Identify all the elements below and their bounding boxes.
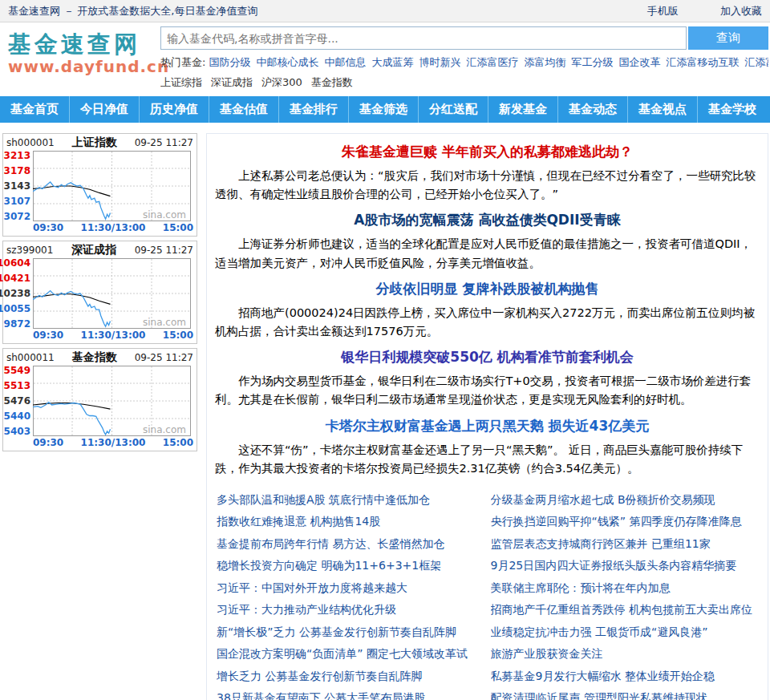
article-headline[interactable]: A股市场的宽幅震荡 高收益债类QDII受青睐 bbox=[213, 211, 761, 229]
hot-fund-link[interactable]: 汇添富外延 bbox=[744, 56, 768, 68]
chart-header: sz399001深证成指09-25 11:27 bbox=[4, 242, 196, 257]
index-link[interactable]: 深证成指 bbox=[211, 76, 253, 88]
x-tick-label: 11:30/13:00 bbox=[81, 222, 146, 233]
chart-x-axis: 09:3011:30/13:0015:00 bbox=[4, 436, 196, 450]
chart-y-axis: 55495513547654405403 bbox=[4, 366, 33, 436]
news-link[interactable]: 9月25日国内四大证券报纸头版头条内容精华摘要 bbox=[491, 559, 737, 572]
nav-item[interactable]: 历史净值 bbox=[139, 96, 209, 123]
list-item: 基金提前布局跨年行情 易方达、长盛悄然加仓 bbox=[217, 533, 488, 556]
index-link[interactable]: 上证综指 bbox=[160, 76, 202, 88]
list-item: 美联储主席耶伦：预计将在年内加息 bbox=[491, 577, 762, 600]
chart-header: sh000001上证指数09-25 11:27 bbox=[4, 135, 196, 150]
hot-fund-link[interactable]: 国企改革 bbox=[618, 56, 660, 68]
article-headline[interactable]: 分歧依旧明显 复牌补跌股被机构抛售 bbox=[213, 280, 761, 298]
article-headline[interactable]: 银华日利规模突破550亿 机构看准节前套利机会 bbox=[213, 348, 761, 366]
search-button[interactable]: 查询 bbox=[688, 26, 768, 50]
news-link[interactable]: 指数收红难掩退意 机构抛售14股 bbox=[217, 515, 380, 528]
news-link[interactable]: 国企混改方案明确“负面清单” 圈定七大领域改革试 bbox=[217, 647, 468, 660]
hot-fund-link[interactable]: 国防分级 bbox=[209, 56, 250, 68]
y-tick-label: 5440 bbox=[4, 411, 30, 421]
news-link[interactable]: 业绩稳定抗冲击力强 工银货币成“避风良港” bbox=[491, 625, 708, 638]
x-tick-label: 09:30 bbox=[33, 437, 63, 448]
list-item: 稳增长投资方向确定 明确为11+6+3+1框架 bbox=[217, 555, 488, 577]
index-link[interactable]: 基金指数 bbox=[311, 76, 353, 88]
site-tagline: 基金速查网 － 开放式基金数据大全,每日基金净值查询 bbox=[8, 4, 257, 18]
news-link[interactable]: 招商地产千亿重组首秀跌停 机构包揽前五大卖出席位 bbox=[491, 603, 752, 616]
hot-fund-link[interactable]: 中邮信息 bbox=[324, 56, 366, 68]
hot-funds-links: 国防分级中邮核心成长中邮信息大成蓝筹博时新兴汇添富医疗添富均衡军工分级国企改革汇… bbox=[209, 56, 768, 68]
y-tick-label: 10604 bbox=[0, 258, 30, 268]
site-header: 基金速查网 www.dayfund.cn 查询 热门基金:国防分级中邮核心成长中… bbox=[0, 22, 770, 96]
nav-item[interactable]: 新发基金 bbox=[488, 96, 557, 123]
search-input[interactable] bbox=[160, 26, 687, 50]
nav-item[interactable]: 基金首页 bbox=[0, 96, 69, 123]
article-headline[interactable]: 卡塔尔主权财富基金遇上两只黑天鹅 损失近43亿美元 bbox=[213, 417, 761, 435]
news-link[interactable]: 新“增长极”乏力 公募基金发行创新节奏自乱阵脚 bbox=[217, 625, 456, 638]
hot-fund-link[interactable]: 添富均衡 bbox=[524, 56, 565, 68]
list-item: 私募基金9月发行大幅缩水 整体业绩开始企稳 bbox=[491, 666, 762, 688]
main-nav: 基金首页今日净值历史净值基金估值基金排行基金筛选分红送配新发基金基金动态基金视点… bbox=[0, 96, 770, 123]
list-item: 分级基金两月缩水超七成 B份额折价交易频现 bbox=[491, 489, 762, 512]
news-link[interactable]: 配资清理临近尾声 管理型阳光私募维持现状 bbox=[491, 691, 707, 700]
news-article: A股市场的宽幅震荡 高收益债类QDII受青睐上海证券分析师也建议，适当的全球化配… bbox=[213, 211, 761, 272]
news-link[interactable]: 监管层表态支持城商行跨区兼并 已重组11家 bbox=[491, 537, 711, 550]
article-body: 这还不算“伤”，卡塔尔主权财富基金还遇上了另一只“黑天鹅”。 近日，商品巨头嘉能… bbox=[215, 441, 760, 478]
article-headline[interactable]: 朱雀基金遭巨赎 半年前买入的私募都难逃此劫？ bbox=[213, 143, 761, 161]
mobile-version-link[interactable]: 手机版 bbox=[647, 5, 679, 17]
list-item: 增长乏力 公募基金发行创新节奏自乱阵脚 bbox=[217, 666, 488, 688]
x-tick-label: 11:30/13:00 bbox=[81, 437, 146, 448]
chart-datetime: 09-25 11:27 bbox=[135, 352, 193, 363]
nav-item[interactable]: 基金视点 bbox=[627, 96, 697, 123]
chart-plot: sina.com bbox=[33, 151, 191, 221]
news-link[interactable]: 增长乏力 公募基金发行创新节奏自乱阵脚 bbox=[217, 670, 422, 682]
list-item: 旅游产业股获资金关注 bbox=[491, 643, 762, 666]
article-body: 上海证券分析师也建议，适当的全球化配置是应对人民币贬值的最佳措施之一，投资者可借… bbox=[215, 235, 760, 272]
news-link[interactable]: 习近平：大力推动产业结构优化升级 bbox=[217, 603, 396, 616]
chart-plot: sina.com bbox=[33, 258, 191, 329]
news-link[interactable]: 美联储主席耶伦：预计将在年内加息 bbox=[491, 581, 671, 594]
nav-item[interactable]: 今日净值 bbox=[69, 96, 139, 123]
y-tick-label: 3143 bbox=[4, 181, 30, 191]
news-link[interactable]: 多头部队温和驰援A股 筑底行情中逢低加仓 bbox=[217, 493, 430, 506]
nav-item[interactable]: 基金动态 bbox=[557, 96, 627, 123]
hot-fund-link[interactable]: 汇添富移动互联 bbox=[666, 56, 739, 68]
y-tick-label: 10421 bbox=[0, 273, 30, 283]
chart-index-name: 上证指数 bbox=[55, 136, 135, 150]
news-link[interactable]: 分级基金两月缩水超七成 B份额折价交易频现 bbox=[491, 493, 715, 506]
news-link[interactable]: 基金提前布局跨年行情 易方达、长盛悄然加仓 bbox=[217, 537, 444, 550]
list-item: 习近平：大力推动产业结构优化升级 bbox=[217, 599, 488, 621]
index-link[interactable]: 沪深300 bbox=[261, 76, 302, 88]
chart-y-axis: 106041042110238100559872 bbox=[4, 258, 33, 329]
hot-fund-link[interactable]: 军工分级 bbox=[571, 56, 613, 68]
x-tick-label: 15:00 bbox=[163, 330, 193, 341]
nav-item[interactable]: 分红送配 bbox=[418, 96, 488, 123]
news-link[interactable]: 私募基金9月发行大幅缩水 整体业绩开始企稳 bbox=[491, 670, 715, 682]
site-logo[interactable]: 基金速查网 www.dayfund.cn bbox=[8, 32, 169, 75]
nav-item[interactable]: 基金筛选 bbox=[348, 96, 418, 123]
y-tick-label: 10055 bbox=[0, 304, 30, 314]
list-item: 习近平：中国对外开放力度将越来越大 bbox=[217, 577, 488, 600]
nav-item[interactable]: 基金估值 bbox=[209, 96, 278, 123]
news-link[interactable]: 央行换挡逆回购平抑“钱紧” 第四季度仍存降准降息 bbox=[491, 515, 742, 528]
nav-item[interactable]: 基金学校 bbox=[697, 96, 767, 123]
news-link[interactable]: 习近平：中国对外开放力度将越来越大 bbox=[217, 581, 407, 594]
nav-item[interactable]: 基金排行 bbox=[278, 96, 348, 123]
sina-watermark: sina.com bbox=[143, 317, 186, 328]
news-link[interactable]: 稳增长投资方向确定 明确为11+6+3+1框架 bbox=[217, 559, 441, 572]
list-item: 指数收红难掩退意 机构抛售14股 bbox=[217, 511, 488, 533]
news-link[interactable]: 38只新基金有望南下 公募大手笔布局港股 bbox=[217, 691, 425, 700]
news-list-left: 多头部队温和驰援A股 筑底行情中逢低加仓指数收红难掩退意 机构抛售14股基金提前… bbox=[213, 489, 488, 700]
hot-fund-link[interactable]: 大成蓝筹 bbox=[371, 56, 413, 68]
chart-x-axis: 09:3011:30/13:0015:00 bbox=[4, 329, 196, 342]
add-favorite-link[interactable]: 加入收藏 bbox=[720, 5, 762, 17]
news-article: 卡塔尔主权财富基金遇上两只黑天鹅 损失近43亿美元这还不算“伤”，卡塔尔主权财富… bbox=[213, 417, 761, 478]
news-list-right: 分级基金两月缩水超七成 B份额折价交易频现央行换挡逆回购平抑“钱紧” 第四季度仍… bbox=[488, 489, 762, 700]
hot-fund-link[interactable]: 汇添富医疗 bbox=[466, 56, 518, 68]
hot-fund-link[interactable]: 中邮核心成长 bbox=[256, 56, 318, 68]
y-tick-label: 5403 bbox=[4, 427, 30, 436]
hot-fund-link[interactable]: 博时新兴 bbox=[419, 56, 460, 68]
chart-index-code: sh000001 bbox=[6, 137, 55, 148]
chart-datetime: 09-25 11:27 bbox=[135, 245, 193, 256]
news-link[interactable]: 旅游产业股获资金关注 bbox=[491, 647, 603, 660]
x-tick-label: 09:30 bbox=[33, 222, 63, 233]
